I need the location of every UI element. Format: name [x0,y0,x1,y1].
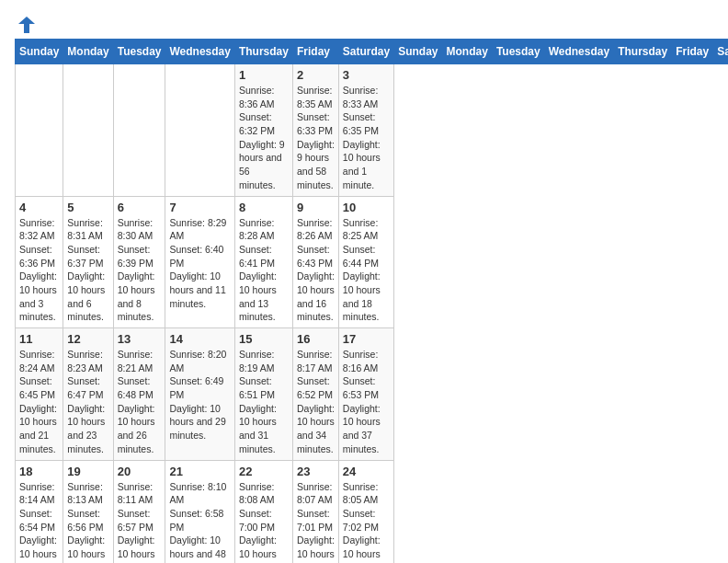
day-cell: 2Sunrise: 8:35 AM Sunset: 6:33 PM Daylig… [292,64,338,197]
col-header-tuesday: Tuesday [113,40,165,64]
day-cell: 16Sunrise: 8:17 AM Sunset: 6:52 PM Dayli… [292,328,338,461]
day-number: 11 [19,332,59,346]
day-cell: 22Sunrise: 8:08 AM Sunset: 7:00 PM Dayli… [234,460,292,563]
day-cell: 5Sunrise: 8:31 AM Sunset: 6:37 PM Daylig… [63,196,113,328]
day-cell: 13Sunrise: 8:21 AM Sunset: 6:48 PM Dayli… [113,328,165,461]
day-cell: 9Sunrise: 8:26 AM Sunset: 6:43 PM Daylig… [292,196,338,328]
day-info: Sunrise: 8:29 AM Sunset: 6:40 PM Dayligh… [169,216,230,311]
day-cell: 6Sunrise: 8:30 AM Sunset: 6:39 PM Daylig… [113,196,165,328]
day-info: Sunrise: 8:16 AM Sunset: 6:53 PM Dayligh… [343,348,390,456]
day-cell: 24Sunrise: 8:05 AM Sunset: 7:02 PM Dayli… [338,460,393,563]
day-number: 5 [67,201,108,214]
day-cell: 10Sunrise: 8:25 AM Sunset: 6:44 PM Dayli… [338,196,393,328]
col-header-monday: Monday [63,40,113,64]
day-cell: 8Sunrise: 8:28 AM Sunset: 6:41 PM Daylig… [234,196,292,328]
week-row-1: 1Sunrise: 8:36 AM Sunset: 6:32 PM Daylig… [16,64,729,197]
day-cell: 4Sunrise: 8:32 AM Sunset: 6:36 PM Daylig… [16,196,63,328]
col-header-sunday: Sunday [394,40,442,64]
day-cell [63,64,113,197]
day-number: 24 [343,465,390,478]
day-number: 22 [239,465,289,478]
day-cell [165,64,234,197]
day-info: Sunrise: 8:14 AM Sunset: 6:54 PM Dayligh… [19,480,59,564]
day-number: 12 [67,332,108,346]
day-info: Sunrise: 8:28 AM Sunset: 6:41 PM Dayligh… [239,216,289,325]
col-header-monday: Monday [442,40,492,64]
day-number: 4 [19,201,59,214]
day-number: 17 [343,332,390,346]
day-info: Sunrise: 8:31 AM Sunset: 6:37 PM Dayligh… [67,216,108,325]
day-number: 3 [343,68,390,82]
day-number: 19 [67,465,108,478]
day-cell: 15Sunrise: 8:19 AM Sunset: 6:51 PM Dayli… [234,328,292,461]
day-number: 9 [297,201,335,214]
col-header-wednesday: Wednesday [544,40,613,64]
calendar-table: SundayMondayTuesdayWednesdayThursdayFrid… [15,39,728,563]
col-header-tuesday: Tuesday [492,40,544,64]
day-info: Sunrise: 8:21 AM Sunset: 6:48 PM Dayligh… [118,348,162,456]
logo [15,15,37,31]
col-header-friday: Friday [292,40,338,64]
day-number: 23 [297,465,335,478]
day-info: Sunrise: 8:20 AM Sunset: 6:49 PM Dayligh… [169,348,230,442]
day-info: Sunrise: 8:25 AM Sunset: 6:44 PM Dayligh… [343,216,390,325]
day-info: Sunrise: 8:23 AM Sunset: 6:47 PM Dayligh… [67,348,108,456]
day-info: Sunrise: 8:24 AM Sunset: 6:45 PM Dayligh… [19,348,59,456]
col-header-saturday: Saturday [338,40,393,64]
calendar-header-row: SundayMondayTuesdayWednesdayThursdayFrid… [16,40,729,64]
svg-marker-0 [18,17,35,33]
col-header-thursday: Thursday [234,40,292,64]
day-number: 16 [297,332,335,346]
day-number: 2 [297,68,335,82]
day-cell: 7Sunrise: 8:29 AM Sunset: 6:40 PM Daylig… [165,196,234,328]
day-number: 8 [239,201,289,214]
col-header-friday: Friday [672,40,713,64]
week-row-3: 11Sunrise: 8:24 AM Sunset: 6:45 PM Dayli… [16,328,729,461]
day-info: Sunrise: 8:19 AM Sunset: 6:51 PM Dayligh… [239,348,289,456]
day-info: Sunrise: 8:33 AM Sunset: 6:35 PM Dayligh… [343,84,390,192]
page-header [15,15,713,31]
day-number: 13 [118,332,162,346]
day-number: 6 [118,201,162,214]
week-row-2: 4Sunrise: 8:32 AM Sunset: 6:36 PM Daylig… [16,196,729,328]
day-info: Sunrise: 8:36 AM Sunset: 6:32 PM Dayligh… [239,84,289,192]
day-cell: 19Sunrise: 8:13 AM Sunset: 6:56 PM Dayli… [63,460,113,563]
day-info: Sunrise: 8:17 AM Sunset: 6:52 PM Dayligh… [297,348,335,456]
day-info: Sunrise: 8:35 AM Sunset: 6:33 PM Dayligh… [297,84,335,192]
day-cell: 14Sunrise: 8:20 AM Sunset: 6:49 PM Dayli… [165,328,234,461]
col-header-thursday: Thursday [614,40,672,64]
day-number: 14 [169,332,230,346]
day-number: 10 [343,201,390,214]
col-header-saturday: Saturday [713,40,728,64]
day-cell: 12Sunrise: 8:23 AM Sunset: 6:47 PM Dayli… [63,328,113,461]
col-header-sunday: Sunday [16,40,63,64]
day-cell: 1Sunrise: 8:36 AM Sunset: 6:32 PM Daylig… [234,64,292,197]
day-cell: 3Sunrise: 8:33 AM Sunset: 6:35 PM Daylig… [338,64,393,197]
day-info: Sunrise: 8:26 AM Sunset: 6:43 PM Dayligh… [297,216,335,325]
logo-bird-icon [17,15,37,35]
day-cell: 21Sunrise: 8:10 AM Sunset: 6:58 PM Dayli… [165,460,234,563]
day-info: Sunrise: 8:10 AM Sunset: 6:58 PM Dayligh… [169,480,230,564]
day-cell [113,64,165,197]
day-cell: 20Sunrise: 8:11 AM Sunset: 6:57 PM Dayli… [113,460,165,563]
day-cell [16,64,63,197]
day-info: Sunrise: 8:08 AM Sunset: 7:00 PM Dayligh… [239,480,289,564]
day-info: Sunrise: 8:32 AM Sunset: 6:36 PM Dayligh… [19,216,59,325]
day-number: 21 [169,465,230,478]
day-cell: 23Sunrise: 8:07 AM Sunset: 7:01 PM Dayli… [292,460,338,563]
day-cell: 18Sunrise: 8:14 AM Sunset: 6:54 PM Dayli… [16,460,63,563]
day-info: Sunrise: 8:30 AM Sunset: 6:39 PM Dayligh… [118,216,162,325]
day-number: 1 [239,68,289,82]
day-info: Sunrise: 8:13 AM Sunset: 6:56 PM Dayligh… [67,480,108,564]
day-number: 18 [19,465,59,478]
day-cell: 17Sunrise: 8:16 AM Sunset: 6:53 PM Dayli… [338,328,393,461]
day-cell: 11Sunrise: 8:24 AM Sunset: 6:45 PM Dayli… [16,328,63,461]
week-row-4: 18Sunrise: 8:14 AM Sunset: 6:54 PM Dayli… [16,460,729,563]
day-number: 7 [169,201,230,214]
day-number: 20 [118,465,162,478]
col-header-wednesday: Wednesday [165,40,234,64]
day-info: Sunrise: 8:07 AM Sunset: 7:01 PM Dayligh… [297,480,335,564]
day-info: Sunrise: 8:11 AM Sunset: 6:57 PM Dayligh… [118,480,162,564]
day-info: Sunrise: 8:05 AM Sunset: 7:02 PM Dayligh… [343,480,390,564]
day-number: 15 [239,332,289,346]
